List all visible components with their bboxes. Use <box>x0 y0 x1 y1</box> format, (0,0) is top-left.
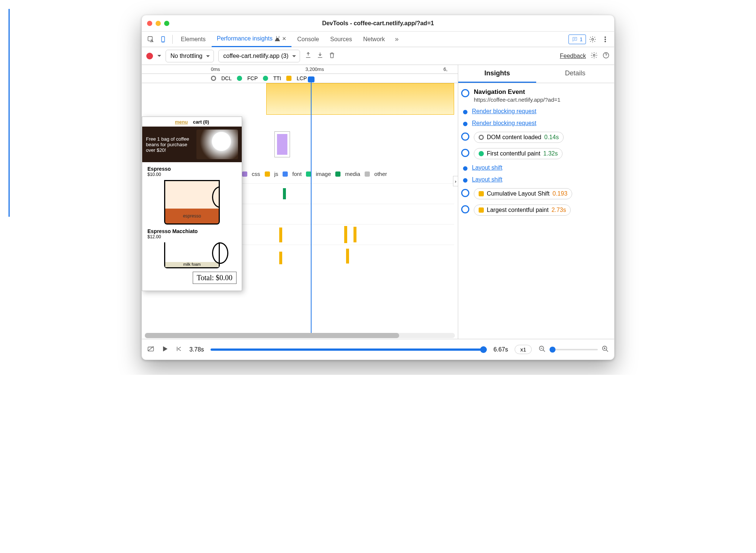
fcp-icon <box>237 76 242 81</box>
ruler-tick: 3,200ms <box>306 66 324 72</box>
insight-layout-shift[interactable]: Layout shift <box>461 176 609 183</box>
zoom-slider[interactable] <box>550 349 598 350</box>
svg-line-17 <box>606 350 608 351</box>
devtools-window: DevTools - coffee-cart.netlify.app/?ad=1… <box>141 15 615 360</box>
issues-count: 1 <box>580 36 583 42</box>
tab-performance-insights[interactable]: Performance insights × <box>212 32 291 47</box>
issues-badge[interactable]: 1 <box>568 35 586 44</box>
dcl-marker-icon <box>479 135 484 140</box>
screenshot-thumbnail[interactable] <box>274 131 290 157</box>
page-preview: menu cart (0) Free 1 bag of coffee beans… <box>142 117 242 291</box>
lcp-label: LCP <box>297 75 307 81</box>
page-select[interactable]: coffee-cart.netlify.app (3) <box>218 50 300 62</box>
insight-lcp[interactable]: Largest contentful paint 2.73s <box>461 204 609 216</box>
delete-icon[interactable] <box>328 52 336 60</box>
page-select-value: coffee-cart.netlify.app (3) <box>223 53 289 59</box>
timeline-body[interactable]: menu cart (0) Free 1 bag of coffee beans… <box>142 83 458 333</box>
expand-right-panel-icon[interactable]: › <box>453 176 458 186</box>
tab-sources[interactable]: Sources <box>325 32 357 47</box>
js-swatch <box>265 171 270 177</box>
tab-details[interactable]: Details <box>536 65 614 83</box>
preview-nav: menu cart (0) <box>142 117 242 127</box>
insight-link[interactable]: Layout shift <box>472 176 502 183</box>
metric-label: First contentful paint <box>487 150 540 157</box>
tab-console[interactable]: Console <box>292 32 325 47</box>
playhead[interactable] <box>311 78 312 333</box>
track-row[interactable] <box>242 245 454 265</box>
play-icon[interactable] <box>161 345 169 354</box>
resource-bar[interactable] <box>279 252 282 264</box>
dcl-icon <box>211 76 216 81</box>
tab-insights[interactable]: Insights <box>458 65 536 83</box>
more-tabs-icon[interactable]: » <box>391 33 403 45</box>
insight-layout-shift[interactable]: Layout shift <box>461 164 609 171</box>
track-row[interactable] <box>242 183 454 204</box>
no-screenshot-icon[interactable] <box>147 345 154 354</box>
record-button[interactable] <box>146 53 153 59</box>
resource-bar[interactable] <box>344 226 347 243</box>
throttling-value: No throttling <box>170 53 202 59</box>
metric-chip[interactable]: Cumulative Layout Shift 0.193 <box>474 188 572 199</box>
time-ruler[interactable]: 0ms 3,200ms 6, <box>142 65 458 74</box>
rewind-icon[interactable] <box>175 345 183 354</box>
svg-line-14 <box>543 350 545 351</box>
metric-label: Cumulative Layout Shift <box>487 190 550 197</box>
insight-render-blocking[interactable]: Render blocking request <box>461 108 609 115</box>
record-options-icon[interactable] <box>157 55 161 59</box>
settings-gear-icon[interactable] <box>590 52 598 60</box>
insight-render-blocking[interactable]: Render blocking request <box>461 120 609 127</box>
svg-point-9 <box>593 54 595 56</box>
throttling-select[interactable]: No throttling <box>166 50 214 62</box>
preview-promo: Free 1 bag of coffee beans for purchase … <box>142 127 242 162</box>
tab-elements[interactable]: Elements <box>176 32 211 47</box>
fcp-marker-icon <box>479 151 484 156</box>
metric-label: Largest contentful paint <box>487 207 548 213</box>
legend-label: font <box>292 171 302 177</box>
timeline-panel: 0ms 3,200ms 6, DCL FCP TTI LCP menu cart <box>142 65 458 339</box>
settings-icon[interactable] <box>587 33 599 45</box>
device-toolbar-icon[interactable] <box>157 33 169 45</box>
import-icon[interactable] <box>316 52 324 60</box>
timeline-bullet-icon <box>461 189 469 197</box>
metric-chip[interactable]: Largest contentful paint 2.73s <box>474 204 571 216</box>
feedback-link[interactable]: Feedback <box>560 53 586 59</box>
insight-link[interactable]: Render blocking request <box>472 120 536 127</box>
track-row[interactable] <box>242 204 454 224</box>
time-slider[interactable] <box>211 349 487 351</box>
scrollbar-thumb[interactable] <box>145 333 399 338</box>
export-icon[interactable] <box>304 52 312 60</box>
preview-total: Total: $0.00 <box>193 272 237 284</box>
tab-label: Performance insights <box>217 35 273 42</box>
resource-bar[interactable] <box>283 188 286 199</box>
timeline-bullet-icon <box>461 205 469 213</box>
resource-bar[interactable] <box>346 249 349 264</box>
content: 0ms 3,200ms 6, DCL FCP TTI LCP menu cart <box>142 65 614 339</box>
insight-link[interactable]: Render blocking request <box>472 108 536 115</box>
zoom-knob[interactable] <box>550 347 555 353</box>
tab-network[interactable]: Network <box>358 32 390 47</box>
legend-label: media <box>345 171 360 177</box>
resource-bar[interactable] <box>353 227 356 242</box>
resource-bar[interactable] <box>279 228 282 242</box>
insights-panel: Insights Details Navigation Event https:… <box>458 65 614 339</box>
metric-chip[interactable]: DOM content loaded 0.14s <box>474 132 564 143</box>
slider-knob[interactable] <box>480 346 487 353</box>
close-tab-icon[interactable]: × <box>282 35 286 42</box>
track-row[interactable] <box>242 224 454 245</box>
insight-link[interactable]: Layout shift <box>472 164 502 171</box>
svg-point-8 <box>605 41 606 42</box>
insight-dcl[interactable]: DOM content loaded 0.14s <box>461 132 609 143</box>
timeline-bullet-icon <box>461 132 469 141</box>
inspect-element-icon[interactable] <box>145 33 157 45</box>
metric-value: 0.14s <box>544 134 559 141</box>
zoom-level[interactable]: x1 <box>515 345 532 354</box>
insight-fcp[interactable]: First contentful paint 1.32s <box>461 148 609 159</box>
kebab-menu-icon[interactable] <box>599 33 611 45</box>
insight-cls[interactable]: Cumulative Layout Shift 0.193 <box>461 188 609 199</box>
insight-navigation[interactable]: Navigation Event https://coffee-cart.net… <box>461 88 609 103</box>
zoom-in-icon[interactable] <box>602 345 609 354</box>
help-icon[interactable] <box>602 52 610 60</box>
zoom-out-icon[interactable] <box>538 345 546 354</box>
horizontal-scrollbar[interactable] <box>145 333 455 338</box>
metric-chip[interactable]: First contentful paint 1.32s <box>474 148 563 159</box>
